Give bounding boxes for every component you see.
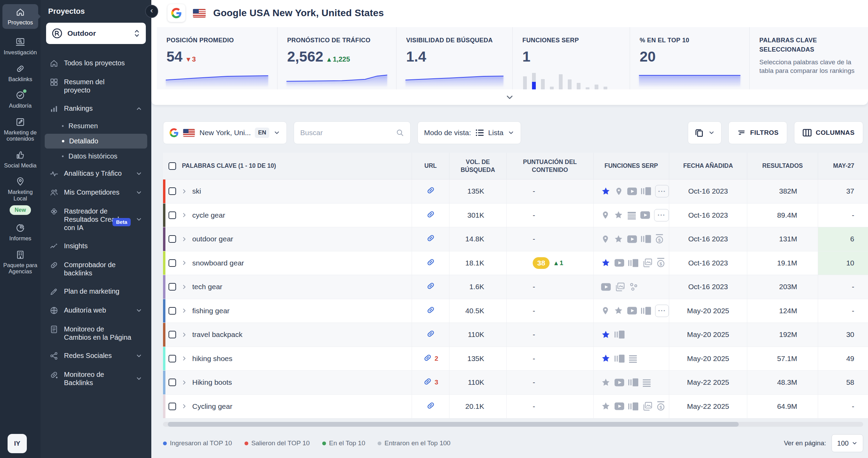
url-link-icon[interactable] [423, 377, 432, 388]
user-avatar[interactable]: IY [8, 434, 27, 453]
chevron-down-icon[interactable] [135, 307, 142, 314]
sidebar-item-resumen-del-proyecto[interactable]: Resumen del proyecto [45, 73, 147, 99]
url-link-icon[interactable] [426, 258, 435, 269]
row-expand-icon[interactable] [181, 380, 187, 385]
column-volume[interactable]: VOL. DE BÚSQUEDA [449, 153, 506, 179]
keyword-text[interactable]: outdoor gear [192, 235, 233, 243]
search-engine-location-selector[interactable]: New York, Uni... EN [163, 121, 287, 144]
url-link-icon[interactable] [426, 401, 435, 412]
row-expand-icon[interactable] [181, 308, 187, 314]
search-input[interactable]: Buscar [294, 121, 411, 144]
row-checkbox[interactable] [169, 283, 176, 291]
row-expand-icon[interactable] [181, 212, 187, 218]
more-features-icon[interactable]: ··· [655, 185, 669, 197]
column-url[interactable]: URL [412, 153, 449, 179]
column-date-added[interactable]: FECHA AÑADIDA [669, 153, 747, 179]
keyword-text[interactable]: travel backpack [192, 330, 242, 339]
row-expand-icon[interactable] [181, 260, 187, 266]
export-copy-button[interactable] [688, 121, 721, 144]
url-link-icon[interactable] [426, 186, 435, 197]
url-link-icon[interactable] [423, 353, 432, 364]
sidebar-item-mis-competidores[interactable]: Mis Competidores [45, 184, 147, 201]
per-page-select[interactable]: 100 [832, 434, 863, 452]
scrollbar-thumb[interactable] [168, 422, 739, 427]
row-expand-icon[interactable] [181, 188, 187, 194]
rail-item-investigacion[interactable]: Investigación [2, 37, 39, 55]
rail-item-informes[interactable]: Informes [2, 223, 39, 241]
filters-button[interactable]: FILTROS [728, 121, 787, 144]
sidebar-item-rastreador-ia[interactable]: Rastreador de Resultados Creados con IAB… [45, 203, 147, 236]
chevron-down-icon[interactable] [135, 216, 142, 223]
sidebar-item-auditoria-web[interactable]: Auditoría web [45, 302, 147, 319]
sidebar-item-monitoreo-de-cambios[interactable]: Monitoreo de Cambios en la Página [45, 320, 147, 346]
keyword-text[interactable]: ski [192, 187, 201, 195]
url-link-icon[interactable] [426, 305, 435, 316]
chevron-down-icon[interactable] [135, 375, 142, 382]
rail-item-proyectos[interactable]: Proyectos [2, 4, 38, 29]
sidebar-item-comprobador-de-backlinks[interactable]: Comprobador de backlinks [45, 256, 147, 282]
horizontal-scrollbar[interactable] [163, 422, 863, 427]
keyword-text[interactable]: hiking shoes [192, 355, 232, 363]
row-expand-icon[interactable] [181, 284, 187, 290]
select-all-checkbox[interactable] [169, 162, 176, 170]
sidebar-subitem-resumen[interactable]: Resumen [45, 119, 147, 133]
row-checkbox[interactable] [169, 379, 176, 386]
mini-bar [568, 79, 572, 89]
chevron-up-icon[interactable] [135, 105, 142, 112]
keyword-text[interactable]: fishing gear [192, 307, 230, 315]
column-content-score[interactable]: PUNTUACIÓN DEL CONTENIDO [506, 153, 593, 179]
url-link-icon[interactable] [426, 233, 435, 244]
sidebar-item-insights[interactable]: Insights [45, 237, 147, 255]
view-mode-selector[interactable]: Modo de vista: Lista [417, 121, 521, 144]
metrics-expand-button[interactable] [505, 92, 514, 103]
chevron-down-icon[interactable] [135, 170, 142, 177]
more-features-icon[interactable]: ··· [654, 209, 669, 221]
chevron-down-icon[interactable] [135, 352, 142, 359]
row-expand-icon[interactable] [181, 332, 187, 338]
sidebar-item-todos-los-proyectos[interactable]: Todos los proyectos [45, 54, 147, 72]
keyword-text[interactable]: Cycling gear [192, 402, 232, 411]
rail-item-paquete-para-agencias[interactable]: Paquete para Agencias [2, 250, 39, 275]
columns-button[interactable]: COLUMNAS [794, 121, 863, 144]
row-checkbox[interactable] [169, 211, 176, 219]
rail-item-social-media[interactable]: Social Media [2, 150, 39, 168]
content-score-badge[interactable]: 38 [533, 257, 550, 269]
project-selector[interactable]: Outdoor [46, 23, 146, 44]
rail-item-backlinks[interactable]: Backlinks [2, 64, 39, 82]
row-checkbox[interactable] [169, 259, 176, 267]
column-results[interactable]: RESULTADOS [747, 153, 818, 179]
sidebar-item-monitoreo-de-backlinks[interactable]: Monitoreo de Backlinks [45, 366, 147, 391]
column-keywords[interactable]: PALABRAS CLAVE (1 - 10 DE 10) [182, 162, 276, 170]
row-checkbox[interactable] [169, 355, 176, 362]
sidebar-collapse-button[interactable]: ‹ [145, 5, 158, 18]
sidebar-subitem-detallado[interactable]: Detallado [45, 134, 147, 149]
row-checkbox[interactable] [169, 403, 176, 410]
row-checkbox[interactable] [169, 331, 176, 338]
column-serp-features[interactable]: FUNCIONES SERP [593, 153, 669, 179]
rail-item-marketing-local[interactable]: Marketing LocalNew [2, 177, 39, 215]
row-checkbox[interactable] [169, 187, 176, 195]
row-expand-icon[interactable] [181, 403, 187, 409]
sidebar-item-redes-sociales[interactable]: Redes Sociales [45, 347, 147, 365]
keyword-text[interactable]: tech gear [192, 283, 223, 291]
sidebar-item-plan-de-marketing[interactable]: Plan de marketing [45, 283, 147, 301]
legend-dot [163, 441, 167, 445]
column-may-27[interactable]: MAY-27 [818, 153, 868, 179]
row-checkbox[interactable] [169, 235, 176, 243]
url-link-icon[interactable] [426, 210, 435, 221]
rail-item-marketing-de-contenidos[interactable]: Marketing de contenidos [2, 117, 39, 142]
url-link-icon[interactable] [426, 329, 435, 340]
sidebar-item-rankings[interactable]: Rankings [45, 100, 147, 118]
keyword-text[interactable]: cycle gear [192, 211, 225, 219]
row-checkbox[interactable] [169, 307, 176, 315]
keyword-text[interactable]: snowboard gear [192, 259, 244, 267]
row-expand-icon[interactable] [181, 236, 187, 242]
rail-item-auditoria[interactable]: Auditoría [2, 90, 39, 109]
row-expand-icon[interactable] [181, 356, 187, 361]
keyword-text[interactable]: Hiking boots [192, 378, 232, 386]
sidebar-item-analiticas-y-trafico[interactable]: Analíticas y Tráfico [45, 165, 147, 183]
sidebar-subitem-datos-historicos[interactable]: Datos históricos [45, 149, 147, 164]
more-features-icon[interactable]: ··· [655, 305, 669, 317]
url-link-icon[interactable] [426, 281, 435, 292]
chevron-down-icon[interactable] [135, 189, 142, 196]
